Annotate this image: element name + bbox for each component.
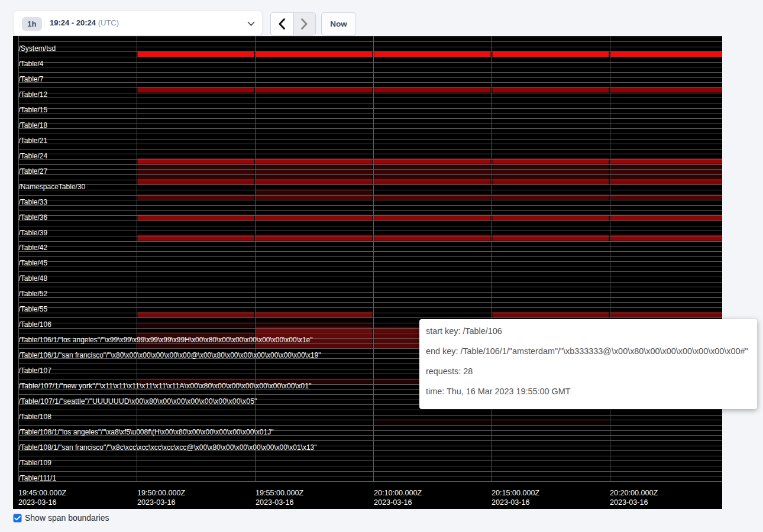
svg-text:/Table/108/1/"san francisco"/": /Table/108/1/"san francisco"/"\x8c\xcc\x… <box>19 443 317 452</box>
svg-text:/Table/36: /Table/36 <box>19 213 48 222</box>
svg-text:/Table/107/1/"new york"/"\x11\: /Table/107/1/"new york"/"\x11\x11\x11\x1… <box>19 382 312 390</box>
svg-text:/Table/52: /Table/52 <box>19 290 48 298</box>
svg-text:20:15:00.000Z: 20:15:00.000Z <box>492 489 540 497</box>
svg-text:/NamespaceTable/30: /NamespaceTable/30 <box>19 183 86 191</box>
svg-text:/Table/12: /Table/12 <box>19 90 48 99</box>
svg-text:19:50:00.000Z: 19:50:00.000Z <box>137 489 186 497</box>
svg-text:/Table/55: /Table/55 <box>19 305 48 313</box>
svg-text:2023-03-16: 2023-03-16 <box>256 498 293 507</box>
svg-text:/Table/21: /Table/21 <box>19 137 48 145</box>
svg-text:/Table/106: /Table/106 <box>19 320 52 329</box>
svg-text:19:55:00.000Z: 19:55:00.000Z <box>256 489 304 497</box>
svg-text:/Table/111/1: /Table/111/1 <box>19 474 57 482</box>
svg-text:/Table/27: /Table/27 <box>19 167 48 176</box>
svg-text:2023-03-16: 2023-03-16 <box>492 498 529 507</box>
svg-text:/Table/42: /Table/42 <box>19 244 48 252</box>
svg-text:/Table/33: /Table/33 <box>19 198 48 206</box>
svg-text:/System/tsd: /System/tsd <box>19 44 56 53</box>
svg-text:/Table/18: /Table/18 <box>19 121 48 129</box>
svg-text:/Table/106/1/"san francisco"/": /Table/106/1/"san francisco"/"\x80\x00\x… <box>19 351 321 359</box>
svg-text:/Table/7: /Table/7 <box>19 75 44 83</box>
svg-text:/Table/39: /Table/39 <box>19 229 48 237</box>
svg-text:19:45:00.000Z: 19:45:00.000Z <box>18 489 67 497</box>
svg-text:2023-03-16: 2023-03-16 <box>137 498 175 507</box>
svg-text:2023-03-16: 2023-03-16 <box>610 498 648 507</box>
svg-text:20:10:00.000Z: 20:10:00.000Z <box>374 489 422 497</box>
svg-text:/Table/24: /Table/24 <box>19 152 48 160</box>
svg-text:20:20:00.000Z: 20:20:00.000Z <box>610 489 658 497</box>
svg-text:/Table/107: /Table/107 <box>19 366 52 375</box>
svg-text:2023-03-16: 2023-03-16 <box>18 498 56 507</box>
svg-text:2023-03-16: 2023-03-16 <box>374 498 412 507</box>
svg-text:/Table/45: /Table/45 <box>19 259 48 267</box>
svg-text:/Table/48: /Table/48 <box>19 274 48 283</box>
svg-text:/Table/4: /Table/4 <box>19 60 44 68</box>
svg-text:/Table/108/1/"los angeles"/"\x: /Table/108/1/"los angeles"/"\xa8\xf5\u00… <box>19 428 274 436</box>
svg-text:/Table/15: /Table/15 <box>19 106 48 114</box>
svg-text:/Table/109: /Table/109 <box>19 459 52 467</box>
svg-text:/Table/108: /Table/108 <box>19 413 52 421</box>
svg-text:/Table/107/1/"seattle"/"UUUUUU: /Table/107/1/"seattle"/"UUUUUUD\x00\x80\… <box>19 397 257 406</box>
svg-text:/Table/106/1/"los angeles"/"\x: /Table/106/1/"los angeles"/"\x99\x99\x99… <box>19 336 313 344</box>
